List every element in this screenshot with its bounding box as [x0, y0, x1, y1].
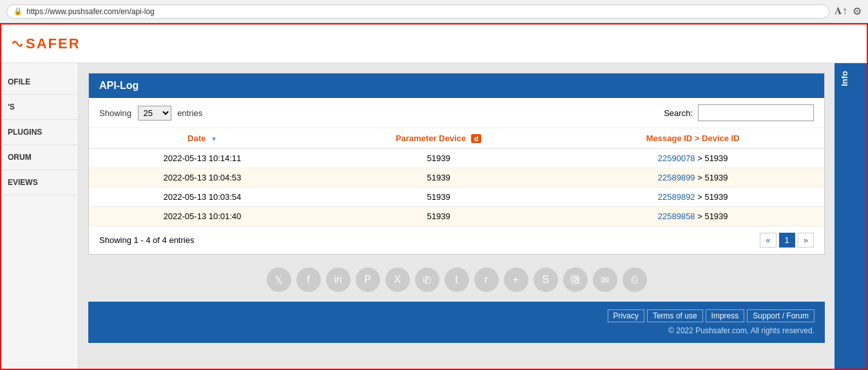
showing-label: Showing — [99, 108, 131, 118]
search-label: Search: — [664, 108, 693, 118]
main-layout: OFILE 'S PLUGINS ORUM EVIEWS API-Log Sho… — [1, 63, 867, 369]
stumble-icon[interactable]: S — [534, 268, 558, 292]
entries-select[interactable]: 10 25 50 100 — [138, 106, 171, 121]
browser-icons: 𝐀↑ ⚙ — [834, 5, 862, 17]
entries-label: entries — [177, 108, 202, 118]
sidebar-item-plugins[interactable]: PLUGINS — [1, 120, 78, 145]
page-1-btn[interactable]: 1 — [779, 233, 795, 248]
sidebar-item-s[interactable]: 'S — [1, 95, 78, 120]
footer-link-support-/-forum[interactable]: Support / Forum — [747, 309, 815, 322]
tumblr-icon[interactable]: t — [445, 268, 469, 292]
lock-icon: 🔒 — [14, 7, 23, 15]
footer: PrivacyTerms of useImpressSupport / Foru… — [88, 302, 825, 343]
api-log-header: API-Log — [89, 73, 824, 98]
info-panel-label: Info — [840, 71, 849, 86]
col-message[interactable]: Message ID > Device ID — [561, 128, 824, 149]
page-prev-btn[interactable]: « — [760, 233, 776, 248]
cell-date: 2022-05-13 10:01:40 — [89, 207, 316, 226]
logo-bar: SAFER — [1, 24, 867, 63]
footer-links: PrivacyTerms of useImpressSupport / Foru… — [99, 309, 815, 322]
pinterest-icon[interactable]: P — [356, 268, 380, 292]
cell-message: 22589892 > 51939 — [561, 188, 824, 207]
sidebar-item-forum[interactable]: ORUM — [1, 145, 78, 170]
api-log-title: API-Log — [99, 80, 139, 91]
table-row: 2022-05-13 10:03:545193922589892 > 51939 — [89, 188, 824, 207]
col-device[interactable]: Parameter Device d — [316, 128, 561, 149]
weibo-icon[interactable]: 微 — [563, 268, 588, 292]
url-text: https://www.pushsafer.com/en/api-log — [26, 7, 155, 16]
showing-controls: Showing 10 25 50 100 entries — [99, 106, 202, 121]
info-panel: Info — [834, 63, 867, 369]
browser-icon-1[interactable]: 𝐀↑ — [834, 5, 847, 17]
cell-device: 51939 — [316, 188, 561, 207]
sidebar: OFILE 'S PLUGINS ORUM EVIEWS — [1, 63, 79, 369]
sidebar-item-profile[interactable]: OFILE — [1, 70, 78, 95]
browser-icon-2[interactable]: ⚙ — [853, 5, 862, 17]
logo-text: SAFER — [26, 35, 81, 52]
col-date-label: Date — [188, 133, 206, 143]
page-next-btn[interactable]: » — [798, 233, 814, 248]
search-area: Search: — [664, 104, 814, 121]
footer-copyright: © 2022 Pushsafer.com, All rights reserve… — [99, 326, 815, 335]
social-row: 𝕏finPX✆tr+S微✉⎙ — [88, 255, 825, 302]
pagination-row: Showing 1 - 4 of 4 entries « 1 » — [89, 226, 824, 254]
table-row: 2022-05-13 10:04:535193922589899 > 51939 — [89, 168, 824, 188]
col-device-label: Parameter Device — [396, 133, 466, 143]
cell-message: 22589858 > 51939 — [561, 207, 824, 226]
cell-device: 51939 — [316, 168, 561, 188]
email-icon[interactable]: ✉ — [593, 268, 617, 292]
cell-date: 2022-05-13 10:03:54 — [89, 188, 316, 207]
browser-bar: 🔒 https://www.pushsafer.com/en/api-log 𝐀… — [0, 0, 868, 23]
device-badge: d — [471, 134, 482, 143]
plus-icon[interactable]: + — [504, 268, 528, 292]
url-bar[interactable]: 🔒 https://www.pushsafer.com/en/api-log — [6, 5, 829, 19]
cell-device: 51939 — [316, 207, 561, 226]
showing-summary: Showing 1 - 4 of 4 entries — [99, 235, 194, 245]
twitter-icon[interactable]: 𝕏 — [267, 268, 291, 292]
cell-message: 22590078 > 51939 — [561, 149, 824, 168]
linkedin-icon[interactable]: in — [326, 268, 351, 292]
content-area: API-Log Showing 10 25 50 100 entries — [79, 63, 834, 369]
xing-icon[interactable]: X — [385, 268, 410, 292]
sidebar-item-reviews[interactable]: EVIEWS — [1, 170, 78, 195]
message-link[interactable]: 22590078 — [658, 153, 695, 163]
table-row: 2022-05-13 10:01:405193922589858 > 51939 — [89, 207, 824, 226]
footer-link-terms-of-use[interactable]: Terms of use — [647, 309, 703, 322]
reddit-icon[interactable]: r — [474, 268, 499, 292]
sort-icon-date: ▼ — [211, 135, 217, 142]
col-date[interactable]: Date ▼ — [89, 128, 316, 149]
page-wrapper: SAFER OFILE 'S PLUGINS ORUM EVIEWS API-L… — [0, 23, 868, 370]
message-link[interactable]: 22589858 — [658, 211, 695, 221]
message-link[interactable]: 22589892 — [658, 192, 695, 202]
message-link[interactable]: 22589899 — [658, 173, 695, 182]
print-icon[interactable]: ⎙ — [622, 268, 647, 292]
api-log-controls: Showing 10 25 50 100 entries Search: — [89, 98, 824, 128]
cell-date: 2022-05-13 10:04:53 — [89, 168, 316, 188]
cell-message: 22589899 > 51939 — [561, 168, 824, 188]
footer-link-privacy[interactable]: Privacy — [608, 309, 644, 322]
pagination-controls: « 1 » — [760, 233, 814, 248]
col-message-label: Message ID > Device ID — [646, 133, 740, 143]
cell-device: 51939 — [316, 149, 561, 168]
table-row: 2022-05-13 10:14:115193922590078 > 51939 — [89, 149, 824, 168]
footer-link-impress[interactable]: Impress — [706, 309, 745, 322]
whatsapp-icon[interactable]: ✆ — [415, 268, 439, 292]
search-input[interactable] — [698, 104, 814, 121]
facebook-icon[interactable]: f — [296, 268, 321, 292]
log-table: Date ▼ Parameter Device d Message ID > D… — [89, 128, 824, 226]
cell-date: 2022-05-13 10:14:11 — [89, 149, 316, 168]
logo-wave-icon — [12, 38, 23, 50]
api-log-card: API-Log Showing 10 25 50 100 entries — [88, 73, 825, 255]
